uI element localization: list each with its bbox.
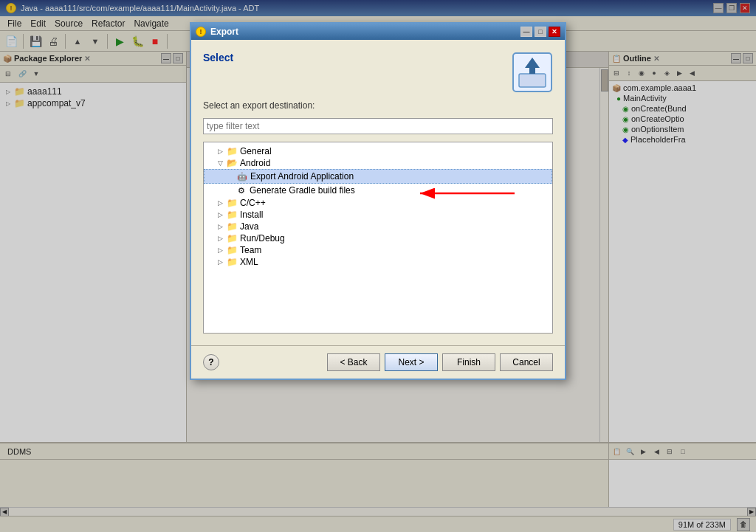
arrow-general: ▷ [216, 148, 224, 155]
tree-android[interactable]: ▽ 📂 Android [204, 157, 552, 169]
label-java: Java [240, 221, 258, 232]
back-button[interactable]: < Back [327, 353, 380, 371]
android-app-icon: 🤖 [236, 170, 248, 182]
folder-java-icon: 📁 [226, 222, 238, 231]
ide-background: ! Java - aaaa111/src/com/example/aaaa111… [0, 0, 756, 532]
tree-install[interactable]: ▷ 📁 Install [204, 209, 552, 221]
arrow-team: ▷ [216, 246, 224, 254]
label-install: Install [240, 210, 263, 220]
folder-team-icon: 📁 [226, 246, 238, 255]
dialog-title: Export [210, 27, 238, 37]
dialog-page-title: Select [203, 52, 233, 63]
dialog-title-left: ! Export [196, 27, 238, 37]
svg-rect-1 [519, 74, 546, 87]
label-general: General [240, 146, 272, 156]
tree-general[interactable]: ▷ 📁 General [204, 145, 552, 157]
dialog-header-row: Select [203, 52, 553, 93]
arrow-android: ▽ [216, 159, 224, 167]
export-dialog: ! Export — □ ✕ Select [190, 22, 566, 380]
label-team: Team [240, 245, 261, 255]
export-tree: ▷ 📁 General ▽ 📂 Android [203, 142, 553, 334]
dialog-btn-group: < Back Next > Finish Cancel [327, 353, 553, 371]
arrow-install: ▷ [216, 211, 224, 218]
tree-xml[interactable]: ▷ 📁 XML [204, 256, 552, 268]
label-android: Android [240, 158, 270, 168]
modal-overlay: ! Export — □ ✕ Select [0, 0, 756, 532]
tree-cpp[interactable]: ▷ 📁 C/C++ [204, 197, 552, 209]
label-export-android: Export Android Application [250, 171, 354, 182]
tree-export-android[interactable]: 🤖 Export Android Application [204, 169, 552, 184]
folder-android-icon: 📂 [226, 159, 238, 167]
tree-rundebug[interactable]: ▷ 📁 Run/Debug [204, 232, 552, 244]
folder-general-icon: 📁 [226, 147, 238, 156]
label-cpp: C/C++ [240, 198, 266, 208]
dialog-body: Select Select an export destination: [191, 40, 565, 345]
dialog-label: Select an export destination: [203, 100, 553, 111]
cancel-button[interactable]: Cancel [500, 353, 553, 371]
dialog-titlebar-controls: — □ ✕ [520, 27, 560, 37]
dialog-minimize[interactable]: — [520, 27, 532, 37]
dialog-buttons-area: ? < Back Next > Finish Cancel [191, 345, 565, 379]
arrow-xml: ▷ [216, 258, 224, 266]
folder-xml-icon: 📁 [226, 258, 238, 266]
help-button[interactable]: ? [203, 354, 219, 370]
tree-team[interactable]: ▷ 📁 Team [204, 244, 552, 256]
folder-install-icon: 📁 [226, 210, 238, 219]
folder-cpp-icon: 📁 [226, 198, 238, 207]
arrow-java: ▷ [216, 223, 224, 230]
export-icon [512, 52, 553, 93]
gradle-icon: ⚙ [236, 184, 247, 196]
dialog-restore[interactable]: □ [535, 27, 546, 37]
tree-gradle[interactable]: ⚙ Generate Gradle build files [204, 184, 552, 197]
dialog-close[interactable]: ✕ [549, 27, 560, 37]
label-rundebug: Run/Debug [240, 233, 285, 243]
filter-input[interactable] [203, 118, 553, 134]
label-gradle: Generate Gradle build files [250, 185, 355, 196]
arrow-rundebug: ▷ [216, 235, 224, 242]
folder-rundebug-icon: 📁 [226, 234, 238, 243]
next-button[interactable]: Next > [385, 353, 438, 371]
label-xml: XML [240, 257, 258, 267]
dialog-warn-icon: ! [196, 27, 206, 37]
dialog-titlebar: ! Export — □ ✕ [191, 24, 565, 40]
arrow-cpp: ▷ [216, 199, 224, 207]
finish-button[interactable]: Finish [442, 353, 495, 371]
tree-java[interactable]: ▷ 📁 Java [204, 221, 552, 232]
